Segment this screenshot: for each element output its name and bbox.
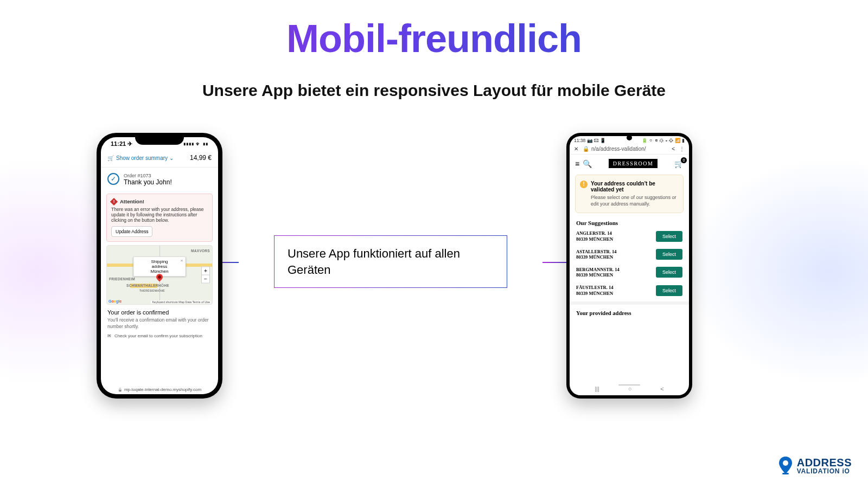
close-icon[interactable]: ✕ xyxy=(574,146,578,152)
ios-signal-icon: ▮▮▮▮ ᯤ ▮▮ xyxy=(183,141,208,147)
nav-back-icon[interactable]: < xyxy=(660,386,663,392)
suggestion-address: BERGMANNSTR. 1480339 MÜNCHEN xyxy=(576,267,620,278)
provided-heading: Your provided address xyxy=(576,310,682,316)
select-button[interactable]: Select xyxy=(656,231,682,242)
suggestion-address: FÄUSTLESTR. 1480339 MÜNCHEN xyxy=(576,285,614,296)
map-popup-title: Shipping address xyxy=(147,259,173,269)
android-nav-bar: ||| ○ < xyxy=(570,383,689,394)
cart-badge: 0 xyxy=(681,157,687,163)
callout-text: Unsere App funktioniert auf allen Geräte… xyxy=(274,235,507,288)
nav-recent-icon[interactable]: ||| xyxy=(595,386,599,392)
more-icon[interactable]: ⋮ xyxy=(679,146,685,152)
suggestion-row: ASTALLERSTR. 1480339 MÜNCHENSelect xyxy=(570,246,689,264)
select-button[interactable]: Select xyxy=(656,267,682,278)
warning-text: Please select one of our suggestions or … xyxy=(591,194,678,207)
mail-text: Check your email to confirm your subscri… xyxy=(114,333,202,338)
warning-icon: ! xyxy=(580,181,588,188)
order-summary-toggle[interactable]: 🛒 Show order summary ⌄ xyxy=(107,155,174,161)
browser-url: mp-loqate-internal-demo.myshopify.com xyxy=(101,387,218,392)
ios-time: 11:21 ✈ xyxy=(111,140,132,147)
warning-title: Your address couldn't be validated yet xyxy=(591,181,678,192)
alert-body: There was an error with your address, pl… xyxy=(111,207,208,223)
svg-rect-1 xyxy=(782,473,789,474)
address-error-alert: Attention! There was an error with your … xyxy=(106,194,213,242)
map-preview[interactable]: MAXVORS FRIEDENHEIM SCHWANTHALERHÖHE THE… xyxy=(106,245,213,305)
map-label: THERESIENHÖHE xyxy=(139,289,165,292)
android-mockup: 11:38 📷 🖂 📱 🔋 ᯤ ◧ ⚙ ▾ ⌖ 📶 ▮ ✕ 🔒n/a/addre… xyxy=(566,133,692,399)
brand-logo: ADDRESS VALIDATION iO xyxy=(778,457,852,475)
map-label: FRIEDENHEIM xyxy=(109,277,135,281)
pin-icon xyxy=(778,457,793,475)
suggestions-heading: Our Suggestions xyxy=(576,220,682,226)
suggestion-address: ANGLERSTR. 1480339 MÜNCHEN xyxy=(576,230,613,242)
store-logo[interactable]: DRESSROOM xyxy=(609,159,658,168)
brand-line1: ADDRESS xyxy=(797,457,852,468)
close-icon[interactable]: × xyxy=(181,258,183,263)
select-button[interactable]: Select xyxy=(656,285,682,296)
thank-you-text: Thank you John! xyxy=(124,178,172,186)
suggestion-address: ASTALLERSTR. 1480339 MÜNCHEN xyxy=(576,249,616,260)
validation-warning: ! Your address couldn't be validated yet… xyxy=(575,175,684,213)
url-text: n/a/address-validation/ xyxy=(591,146,646,152)
suggestion-row: BERGMANNSTR. 1480339 MÜNCHENSelect xyxy=(570,264,689,281)
cart-icon: 🛒 xyxy=(107,155,114,161)
order-number: Order #1073 xyxy=(124,173,172,178)
browser-url[interactable]: 🔒n/a/address-validation/ xyxy=(583,146,667,152)
iphone-mockup: 11:21 ✈ ▮▮▮▮ ᯤ ▮▮ 🛒 Show order summary ⌄… xyxy=(97,133,222,399)
mail-icon: ✉ xyxy=(107,333,111,338)
confirm-heading: Your order is confirmed xyxy=(107,309,212,316)
page-subhead: Unsere App bietet ein responsives Layout… xyxy=(0,81,868,100)
android-status-icons: 🔋 ᯤ ◧ ⚙ ▾ ⌖ 📶 ▮ xyxy=(642,138,685,143)
share-icon[interactable]: < xyxy=(672,146,675,152)
map-attribution: Keyboard shortcuts Map Data Terms of Use xyxy=(151,300,211,304)
nav-home-icon[interactable]: ○ xyxy=(628,386,632,392)
select-button[interactable]: Select xyxy=(656,249,682,260)
lock-icon: 🔒 xyxy=(583,146,589,152)
update-address-button[interactable]: Update Address xyxy=(111,226,152,237)
order-summary-label: Show order summary ⌄ xyxy=(116,155,174,161)
checkmark-icon: ✓ xyxy=(107,173,119,185)
iphone-notch xyxy=(135,133,184,145)
map-zoom-controls[interactable]: +− xyxy=(201,267,210,284)
suggestion-row: ANGLERSTR. 1480339 MÜNCHENSelect xyxy=(570,227,689,245)
svg-point-0 xyxy=(783,460,788,466)
suggestion-row: FÄUSTLESTR. 1480339 MÜNCHENSelect xyxy=(570,281,689,299)
search-icon[interactable]: 🔍 xyxy=(583,159,592,168)
android-time: 11:38 📷 🖂 📱 xyxy=(574,138,606,143)
alert-title: Attention! xyxy=(120,198,144,204)
confirm-text: You'll receive a confirmation email with… xyxy=(107,317,212,330)
callout: Unsere App funktioniert auf allen Geräte… xyxy=(239,235,542,288)
android-camera xyxy=(627,135,632,140)
page-headline: Mobil-freundlich xyxy=(0,16,868,61)
menu-icon[interactable]: ≡ xyxy=(575,159,579,168)
alert-icon xyxy=(110,197,118,205)
map-label: MAXVORS xyxy=(191,249,210,253)
google-logo: Google xyxy=(108,299,122,303)
brand-line2: VALIDATION iO xyxy=(797,468,852,474)
order-total: 14,99 € xyxy=(190,154,212,162)
map-label: SCHWANTHALERHÖHE xyxy=(126,284,169,287)
cart-icon[interactable]: 🛒0 xyxy=(674,159,684,168)
